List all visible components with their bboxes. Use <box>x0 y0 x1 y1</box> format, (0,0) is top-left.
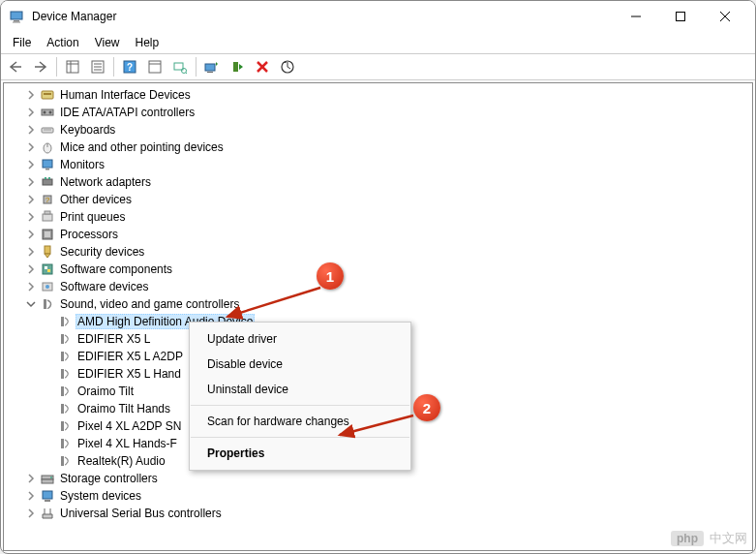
tree-category[interactable]: IDE ATA/ATAPI controllers <box>10 104 752 121</box>
svg-rect-21 <box>205 64 215 71</box>
svg-rect-60 <box>61 421 64 431</box>
svg-rect-55 <box>61 334 64 344</box>
chevron-right-icon[interactable] <box>23 174 39 190</box>
tree-category[interactable]: Mice and other pointing devices <box>10 138 752 156</box>
scan-button[interactable] <box>168 56 192 77</box>
svg-rect-23 <box>233 62 238 72</box>
tree-category[interactable]: Processors <box>10 226 752 243</box>
callout-2: 2 <box>413 394 440 421</box>
tree-category[interactable]: System devices <box>10 487 752 505</box>
cm-separator <box>191 437 409 438</box>
speaker-icon <box>56 453 74 469</box>
tree-category[interactable]: Monitors <box>10 156 752 173</box>
chevron-right-icon[interactable] <box>23 139 39 155</box>
chevron-right-icon[interactable] <box>23 87 39 103</box>
tree-category[interactable]: Human Interface Devices <box>10 86 752 104</box>
svg-point-52 <box>45 285 49 289</box>
menu-action[interactable]: Action <box>39 34 86 51</box>
category-icon <box>39 227 56 242</box>
chevron-right-icon[interactable] <box>23 279 39 294</box>
speaker-icon <box>56 349 74 364</box>
cm-properties[interactable]: Properties <box>190 441 410 466</box>
window-controls <box>614 1 747 32</box>
menu-help[interactable]: Help <box>128 34 167 51</box>
category-icon <box>39 157 56 172</box>
help-button[interactable]: ? <box>118 56 141 77</box>
enable-device-button[interactable] <box>226 56 249 77</box>
cm-scan-hardware[interactable]: Scan for hardware changes <box>190 409 410 434</box>
cm-update-driver[interactable]: Update driver <box>190 326 410 352</box>
update-driver-button[interactable] <box>200 56 224 77</box>
tree-category[interactable]: ?Other devices <box>10 191 752 208</box>
tree-category-label: Processors <box>58 228 120 241</box>
tree-category[interactable]: Storage controllers <box>10 470 752 487</box>
tree-category[interactable]: Keyboards <box>10 121 752 138</box>
tree-category-label: Monitors <box>58 158 106 171</box>
svg-text:?: ? <box>127 62 133 73</box>
chevron-right-icon[interactable] <box>23 122 39 138</box>
maximize-button[interactable] <box>658 1 703 32</box>
chevron-right-icon[interactable] <box>23 192 39 207</box>
chevron-down-icon[interactable] <box>23 296 39 312</box>
tree-category-label: Print queues <box>58 210 127 224</box>
tree-category-label: Software components <box>58 262 174 276</box>
speaker-icon <box>56 314 74 329</box>
svg-rect-40 <box>48 177 50 179</box>
svg-rect-59 <box>61 404 64 414</box>
chevron-right-icon[interactable] <box>23 244 39 260</box>
tree-category-label: Universal Serial Bus controllers <box>58 507 224 520</box>
menu-file[interactable]: File <box>5 34 39 51</box>
cm-disable-device[interactable]: Disable device <box>190 352 410 377</box>
chevron-right-icon[interactable] <box>23 105 39 120</box>
tree-category[interactable]: Print queues <box>10 208 752 226</box>
chevron-right-icon[interactable] <box>23 209 39 225</box>
chevron-right-icon[interactable] <box>23 157 39 172</box>
tree-category[interactable]: Software devices <box>10 278 752 295</box>
tree-device-label: Pixel 4 XL A2DP SN <box>76 419 183 433</box>
minimize-button[interactable] <box>614 1 658 32</box>
expander-spacer <box>41 366 56 382</box>
tree-category[interactable]: Universal Serial Bus controllers <box>10 505 752 522</box>
svg-rect-57 <box>61 369 64 379</box>
svg-rect-46 <box>45 231 50 237</box>
svg-rect-4 <box>677 13 685 21</box>
toolbar-separator <box>56 57 57 77</box>
chevron-right-icon[interactable] <box>23 471 39 486</box>
menubar: File Action View Help <box>1 32 755 53</box>
svg-rect-66 <box>43 491 52 499</box>
device-tree-panel[interactable]: Human Interface DevicesIDE ATA/ATAPI con… <box>3 82 753 551</box>
speaker-icon <box>56 418 74 434</box>
chevron-right-icon[interactable] <box>23 227 39 242</box>
svg-point-30 <box>44 111 46 114</box>
chevron-right-icon[interactable] <box>23 506 39 521</box>
svg-rect-37 <box>45 169 49 170</box>
back-button[interactable] <box>4 56 27 77</box>
tree-category-label: Human Interface Devices <box>58 88 193 102</box>
show-hide-tree-button[interactable] <box>61 56 84 77</box>
svg-rect-1 <box>14 20 19 22</box>
svg-point-31 <box>49 111 52 114</box>
chevron-right-icon[interactable] <box>23 488 39 504</box>
tree-category[interactable]: Security devices <box>10 243 752 261</box>
svg-rect-7 <box>67 61 78 73</box>
tree-category[interactable]: Network adapters <box>10 173 752 191</box>
tree-category[interactable]: Software components <box>10 261 752 278</box>
speaker-icon <box>56 331 74 347</box>
category-icon: ? <box>39 192 56 207</box>
tree-category-label: Other devices <box>58 193 134 206</box>
close-button[interactable] <box>703 1 747 32</box>
uninstall-device-button[interactable] <box>251 56 274 77</box>
menu-view[interactable]: View <box>87 34 128 51</box>
category-icon <box>39 209 56 225</box>
svg-rect-50 <box>47 269 50 272</box>
scan-hardware-button[interactable] <box>276 56 299 77</box>
chevron-right-icon[interactable] <box>23 262 39 277</box>
tree-device-label: Pixel 4 XL Hands-F <box>76 437 179 450</box>
action-button[interactable] <box>143 56 166 77</box>
tree-device-label: Oraimo Tilt <box>76 385 136 398</box>
properties-button[interactable] <box>86 56 109 77</box>
category-icon <box>39 279 56 294</box>
tree-category[interactable]: Sound, video and game controllers <box>10 295 752 313</box>
cm-uninstall-device[interactable]: Uninstall device <box>190 377 410 402</box>
forward-button[interactable] <box>29 56 52 77</box>
